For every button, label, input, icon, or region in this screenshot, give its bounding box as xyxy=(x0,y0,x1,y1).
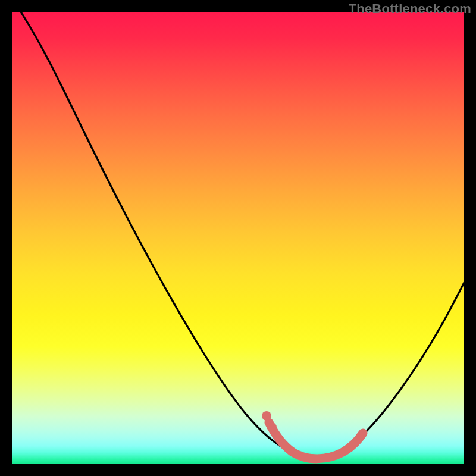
chart-plot-area xyxy=(12,12,464,464)
chart-svg xyxy=(12,12,464,464)
optimal-range-highlight xyxy=(269,422,363,459)
highlight-dot-1 xyxy=(262,411,271,421)
watermark-text: TheBottleneck.com xyxy=(349,1,471,17)
bottleneck-curve-path xyxy=(21,12,464,458)
highlight-dot-2 xyxy=(267,422,277,432)
